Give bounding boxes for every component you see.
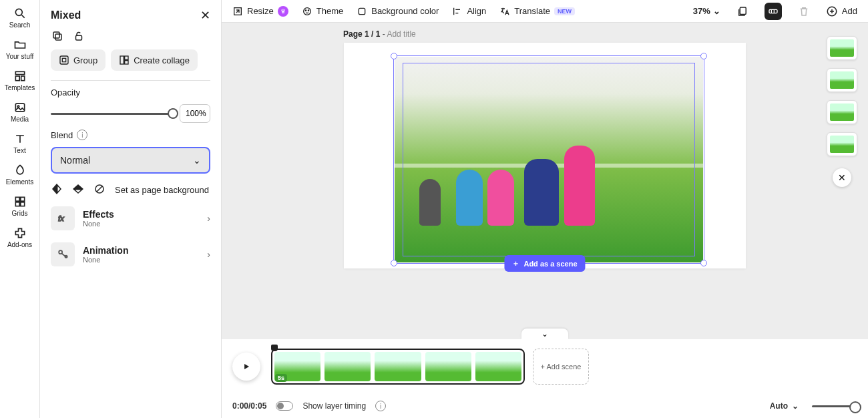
theme-button[interactable]: Theme xyxy=(302,6,343,17)
plus-icon: ＋ xyxy=(512,258,519,268)
rail-search[interactable]: Search xyxy=(0,3,39,34)
side-thumb-1[interactable] xyxy=(827,36,857,60)
rail-grids[interactable]: Grids xyxy=(0,191,39,222)
svg-rect-8 xyxy=(20,197,24,201)
premium-badge-icon: ♛ xyxy=(278,6,288,17)
add-scene-button[interactable]: + Add scene xyxy=(533,349,589,385)
opacity-value-input[interactable]: 100% xyxy=(180,104,210,123)
timeline-zoom-slider[interactable] xyxy=(812,405,857,407)
delete-button[interactable] xyxy=(795,3,813,20)
resize-handle-tl[interactable] xyxy=(391,53,397,59)
translate-button[interactable]: Translate NEW xyxy=(499,6,575,17)
set-bg-button[interactable]: Set as page background xyxy=(115,185,209,195)
rail-text[interactable]: Text xyxy=(0,128,39,160)
svg-rect-12 xyxy=(53,32,59,38)
svg-text:fx: fx xyxy=(58,214,64,222)
align-label: Align xyxy=(467,6,486,16)
rail-templates[interactable]: Templates xyxy=(0,65,39,97)
side-thumbnails: ✕ xyxy=(827,36,857,187)
trash-icon xyxy=(798,5,810,17)
media-icon xyxy=(13,101,27,114)
fx-icon: fx xyxy=(56,212,69,225)
animation-icon xyxy=(56,248,69,261)
zoom-dropdown[interactable]: 37% ⌄ xyxy=(693,6,720,16)
blend-mode-select[interactable]: Normal ⌄ xyxy=(51,147,210,174)
svg-point-0 xyxy=(15,9,22,15)
svg-point-27 xyxy=(308,10,308,11)
page-title-input[interactable]: Add title xyxy=(387,29,415,39)
addons-icon xyxy=(13,226,27,240)
animation-row[interactable]: Animation None › xyxy=(51,240,210,269)
chevron-right-icon: › xyxy=(207,249,210,260)
effects-row[interactable]: fx Effects None › xyxy=(51,204,210,233)
rail-text-label: Text xyxy=(13,147,25,154)
svg-rect-15 xyxy=(62,58,65,61)
rail-addons[interactable]: Add-ons xyxy=(0,222,39,254)
elements-icon xyxy=(13,164,27,177)
opacity-slider-thumb[interactable] xyxy=(168,108,178,119)
svg-rect-18 xyxy=(125,61,128,64)
side-thumb-2[interactable] xyxy=(827,68,857,92)
design-page[interactable] xyxy=(344,43,746,268)
flip-vertical-button[interactable] xyxy=(72,183,84,197)
resize-button[interactable]: Resize ♛ xyxy=(232,6,288,17)
collapse-canvas-button[interactable]: ⌄ xyxy=(521,329,568,339)
canvas-area[interactable]: Page 1 / 1 - Add title ＋ Add as a scene xyxy=(222,23,868,339)
svg-rect-11 xyxy=(55,34,61,40)
pages-button[interactable] xyxy=(734,3,751,20)
top-toolbar: Resize ♛ Theme Background color Align Tr… xyxy=(222,0,868,23)
add-as-scene-button[interactable]: ＋ Add as a scene xyxy=(504,255,585,272)
layer-timing-toggle[interactable] xyxy=(276,401,293,411)
svg-rect-10 xyxy=(20,202,24,206)
svg-rect-2 xyxy=(15,71,24,74)
blend-info-icon[interactable]: i xyxy=(77,130,87,140)
rail-media[interactable]: Media xyxy=(0,97,39,128)
frame-4 xyxy=(425,352,471,381)
close-thumbnails-button[interactable]: ✕ xyxy=(833,168,851,187)
flip-horizontal-button[interactable] xyxy=(51,183,63,197)
templates-icon xyxy=(13,69,27,83)
rail-your-stuff[interactable]: Your stuff xyxy=(0,34,39,65)
theme-icon xyxy=(302,6,312,17)
resize-handle-br[interactable] xyxy=(700,260,707,266)
play-button[interactable] xyxy=(232,353,260,381)
scene-card-1[interactable]: 5s xyxy=(271,349,525,385)
align-icon xyxy=(452,6,463,17)
animation-title: Animation xyxy=(83,245,199,256)
add-scene-label: Add as a scene xyxy=(523,260,577,268)
resize-handle-tr[interactable] xyxy=(700,53,707,59)
page-title-row[interactable]: Page 1 / 1 - Add title xyxy=(343,29,416,39)
create-collage-button[interactable]: Create collage xyxy=(111,49,198,71)
opacity-slider[interactable] xyxy=(51,113,173,115)
resize-handle-bl[interactable] xyxy=(391,260,397,266)
svg-rect-17 xyxy=(125,56,128,59)
rail-yourstuff-label: Your stuff xyxy=(6,53,34,60)
chevron-down-icon: ⌄ xyxy=(792,401,799,411)
svg-rect-14 xyxy=(60,56,68,64)
duplicate-button[interactable] xyxy=(51,29,64,43)
panel-title: Mixed xyxy=(51,9,81,21)
group-button[interactable]: Group xyxy=(51,49,105,71)
main-area: Resize ♛ Theme Background color Align Tr… xyxy=(222,0,868,418)
playhead[interactable] xyxy=(271,345,278,351)
no-bg-icon-button[interactable] xyxy=(93,183,105,197)
add-scene-card-label: + Add scene xyxy=(541,363,582,371)
timeline-fit-dropdown[interactable]: Auto ⌄ xyxy=(770,401,799,411)
align-button[interactable]: Align xyxy=(452,6,486,17)
rail-elements[interactable]: Elements xyxy=(0,160,39,191)
chevron-right-icon: › xyxy=(207,213,210,224)
svg-point-26 xyxy=(305,10,306,11)
group-label: Group xyxy=(73,55,97,65)
close-panel-button[interactable]: ✕ xyxy=(200,8,210,23)
lock-button[interactable] xyxy=(72,29,85,43)
side-thumb-4[interactable] xyxy=(827,132,857,156)
bgcolor-button[interactable]: Background color xyxy=(357,6,439,17)
side-thumb-3[interactable] xyxy=(827,100,857,124)
layer-timing-info-icon[interactable]: i xyxy=(375,401,386,411)
bgcolor-label: Background color xyxy=(371,6,439,16)
add-button[interactable]: Add xyxy=(826,5,857,17)
selection-box-inner[interactable] xyxy=(403,63,695,256)
translate-label: Translate xyxy=(514,6,550,16)
timeline-toggle-button[interactable] xyxy=(765,3,782,20)
diagonal-icon xyxy=(93,183,105,195)
